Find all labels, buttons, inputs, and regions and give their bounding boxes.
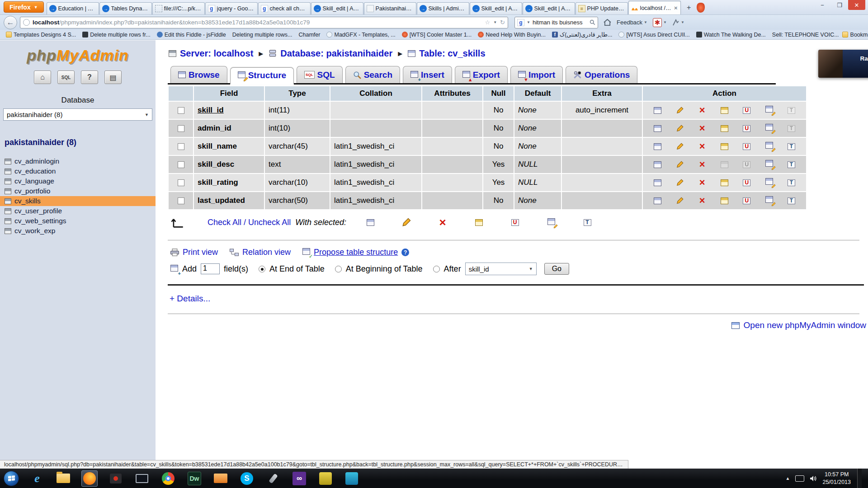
pma-tab-insert[interactable]: +Insert: [403, 66, 452, 83]
chevron-down-icon[interactable]: ▼: [493, 20, 497, 24]
fulltext-icon[interactable]: T: [786, 160, 796, 169]
sidebar-table-item[interactable]: cv_adminlogin: [0, 156, 156, 166]
reload-icon[interactable]: ↻: [500, 19, 505, 26]
row-checkbox[interactable]: [178, 143, 184, 150]
drop-icon[interactable]: ×: [697, 196, 707, 205]
browse-icon[interactable]: [653, 160, 663, 169]
feedback-menu[interactable]: Feedback▼: [617, 19, 647, 26]
taskbar-chrome[interactable]: [160, 470, 176, 487]
tab-close-icon[interactable]: ×: [674, 5, 678, 11]
radio-after-label[interactable]: After: [444, 264, 461, 274]
lastpass-addon-button[interactable]: ✱▼: [653, 18, 667, 27]
taskbar-camstudio[interactable]: [108, 470, 124, 487]
primary-icon[interactable]: [719, 106, 729, 115]
breadcrumb-link[interactable]: Server: localhost: [169, 48, 253, 59]
drop-icon[interactable]: ×: [697, 124, 707, 133]
drop-icon[interactable]: ×: [697, 160, 707, 169]
fulltext-icon[interactable]: T: [786, 106, 796, 115]
print-view-link[interactable]: Print view: [170, 248, 218, 257]
primary-icon[interactable]: [719, 124, 729, 133]
fulltext-icon[interactable]: T: [786, 196, 796, 205]
radio-at-beginning-label[interactable]: At Beginning of Table: [346, 264, 423, 274]
drop-icon[interactable]: ×: [438, 218, 448, 227]
tray-expand-icon[interactable]: ▲: [786, 476, 790, 481]
database-heading[interactable]: pakistanihaider (8): [5, 138, 156, 147]
taskbar-dreamweaver[interactable]: Dw: [186, 470, 203, 487]
browser-tab[interactable]: Pakistanihaider | M...: [364, 2, 416, 14]
sidebar-table-item[interactable]: cv_work_exp: [0, 226, 156, 236]
bookmark-item[interactable]: MadGFX - Templates, ...: [323, 32, 398, 38]
pma-tab-export[interactable]: ▲Export: [455, 66, 508, 83]
unique-icon[interactable]: U: [742, 106, 752, 115]
tray-display-icon[interactable]: [795, 475, 804, 482]
taskbar-skype[interactable]: S: [239, 470, 255, 487]
bookmark-item[interactable]: Watch The Walking De...: [693, 32, 769, 38]
primary-icon[interactable]: [719, 196, 729, 205]
drop-icon[interactable]: ×: [697, 106, 707, 115]
bookmark-item[interactable]: fطاہر قادری(لعنتی)ک...: [549, 31, 616, 38]
bookmark-item[interactable]: Edit this Fiddle - jsFiddle: [154, 32, 229, 38]
sql-window-button[interactable]: SQL: [57, 70, 75, 84]
taskbar-internet-explorer[interactable]: e: [29, 470, 45, 487]
addon-shield-icon[interactable]: [697, 3, 705, 13]
change-icon[interactable]: [675, 142, 685, 151]
browser-tab[interactable]: ≡PHP Update mysql ...: [576, 2, 628, 14]
firefox-menu-button[interactable]: Firefox ▼: [4, 1, 44, 13]
pma-tab-browse[interactable]: Browse: [170, 66, 227, 83]
fulltext-icon[interactable]: T: [786, 124, 796, 133]
change-icon[interactable]: [675, 196, 685, 205]
unique-icon[interactable]: U: [742, 178, 752, 187]
drop-icon[interactable]: ×: [697, 178, 707, 187]
docs-button[interactable]: ▤: [104, 70, 122, 84]
index-icon[interactable]: [546, 218, 556, 227]
breadcrumb-link[interactable]: Table: cv_skills: [408, 48, 485, 59]
row-checkbox[interactable]: [178, 179, 184, 186]
back-button[interactable]: ←: [4, 16, 17, 29]
pma-tab-structure[interactable]: Structure: [230, 67, 294, 84]
bookmark-item[interactable]: Templates Designs 4 S...: [3, 32, 79, 38]
browser-tab[interactable]: →Skill_edit | Admin-P...: [470, 2, 522, 14]
url-bar[interactable]: localhost/phpmyadmin/index.php?db=pakist…: [20, 17, 508, 28]
new-tab-button[interactable]: +: [683, 3, 695, 13]
radio-at-end-label[interactable]: At End of Table: [269, 264, 325, 274]
unique-icon[interactable]: U: [742, 160, 752, 169]
change-icon[interactable]: [401, 218, 411, 227]
browser-tab[interactable]: →Tables Dynamic - S...: [99, 2, 152, 14]
bookmark-item[interactable]: Chamfer: [296, 32, 324, 38]
browse-icon[interactable]: [365, 218, 375, 227]
taskbar-messenger-app[interactable]: [344, 470, 360, 487]
radio-at-beginning[interactable]: [335, 266, 342, 272]
search-bar[interactable]: g ▼ hitman its buisness: [514, 17, 598, 28]
browser-tab[interactable]: gjquery - Google Sea...: [205, 2, 258, 14]
phpmyadmin-logo[interactable]: phpMyAdmin: [0, 47, 156, 64]
pma-tab-sql[interactable]: SQLSQL: [297, 66, 343, 83]
unique-icon[interactable]: U: [510, 218, 520, 227]
primary-icon[interactable]: [719, 160, 729, 169]
browser-tab[interactable]: localhost / local...×: [628, 1, 681, 14]
taskbar-file-explorer[interactable]: [55, 470, 71, 487]
sidebar-table-item[interactable]: cv_web_settings: [0, 216, 156, 226]
tray-volume-icon[interactable]: [810, 475, 817, 482]
row-checkbox[interactable]: [178, 197, 184, 204]
show-desktop-button[interactable]: [857, 469, 862, 488]
search-icon[interactable]: [590, 19, 595, 25]
pma-tab-operations[interactable]: Operations: [566, 66, 637, 83]
uncheck-all-link[interactable]: Uncheck All: [248, 218, 291, 227]
taskbar-pin-app[interactable]: [265, 470, 281, 487]
index-icon[interactable]: [764, 124, 774, 133]
primary-icon[interactable]: [474, 218, 484, 227]
taskbar-visual-studio[interactable]: ∞: [291, 470, 307, 487]
change-icon[interactable]: [675, 106, 685, 115]
taskbar-clock[interactable]: 10:57 PM 25/01/2013: [822, 471, 851, 486]
taskbar-folder-app[interactable]: [212, 470, 229, 487]
browser-tab[interactable]: gcheck all checkbox...: [258, 2, 311, 14]
browser-tab[interactable]: file:///C:...p/kkk.html: [152, 2, 205, 14]
radio-at-end[interactable]: [259, 266, 265, 272]
bookmark-item[interactable]: [WTS] Asus Direct CUII...: [615, 32, 693, 38]
check-all-link[interactable]: Check All: [208, 218, 241, 227]
browser-tab[interactable]: →Education | Admin-...: [47, 2, 99, 14]
details-toggle[interactable]: + Details...: [170, 294, 868, 304]
row-checkbox[interactable]: [178, 161, 184, 168]
relation-view-link[interactable]: Relation view: [230, 248, 291, 257]
bookmark-item[interactable]: Need Help With Buyin...: [475, 32, 549, 38]
